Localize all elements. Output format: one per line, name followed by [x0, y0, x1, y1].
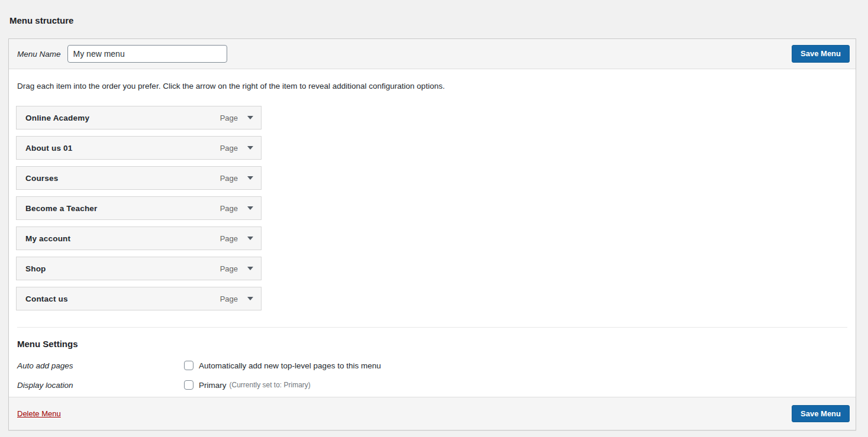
settings-divider [17, 327, 847, 328]
chevron-down-icon[interactable] [247, 206, 253, 210]
menu-settings-heading: Menu Settings [17, 339, 847, 349]
drag-instructions: Drag each item into the order you prefer… [17, 82, 847, 90]
menu-item-type: Page [220, 114, 238, 122]
menu-item-row[interactable]: Become a Teacher Page [16, 196, 262, 220]
auto-add-pages-checkbox[interactable] [184, 361, 193, 370]
chevron-down-icon[interactable] [247, 297, 253, 300]
save-menu-button-top[interactable]: Save Menu [792, 45, 850, 63]
menu-item-right: Page [220, 204, 253, 213]
save-menu-button-bottom[interactable]: Save Menu [792, 405, 850, 423]
page-title: Menu structure [9, 15, 856, 27]
menu-item-type: Page [220, 144, 238, 153]
display-location-note: (Currently set to: Primary) [230, 381, 311, 389]
menu-item-right: Page [220, 264, 253, 273]
chevron-down-icon[interactable] [247, 146, 253, 150]
menu-item-type: Page [220, 264, 238, 273]
auto-add-pages-checkbox-label[interactable]: Automatically add new top-level pages to… [199, 361, 381, 370]
menu-items-list: Online Academy Page About us 01 Page [16, 106, 262, 310]
menu-footer-bar: Delete Menu Save Menu [9, 397, 856, 430]
chevron-down-icon[interactable] [247, 267, 253, 270]
menu-item-right: Page [220, 174, 253, 183]
menu-name-label: Menu Name [17, 50, 61, 59]
menu-item-right: Page [220, 294, 253, 303]
menu-item-row[interactable]: Courses Page [16, 166, 262, 190]
menu-body: Drag each item into the order you prefer… [9, 69, 856, 397]
menu-item-row[interactable]: Online Academy Page [16, 106, 262, 130]
auto-add-pages-row: Auto add pages Automatically add new top… [17, 359, 847, 372]
menu-item-type: Page [220, 174, 238, 183]
menu-item-title: Become a Teacher [25, 204, 98, 213]
menu-item-title: My account [25, 234, 70, 243]
menu-item-type: Page [220, 204, 238, 213]
menu-item-title: About us 01 [25, 144, 72, 153]
menu-item-type: Page [220, 234, 238, 243]
menu-item-row[interactable]: Shop Page [16, 257, 262, 280]
chevron-down-icon[interactable] [247, 116, 253, 119]
display-location-primary-checkbox[interactable] [184, 380, 193, 390]
menu-item-title: Online Academy [25, 114, 89, 122]
menu-item-type: Page [220, 294, 238, 303]
menus-page: Menu structure Menu Name Save Menu Drag … [0, 0, 868, 430]
display-location-row: Display location Primary (Currently set … [17, 378, 847, 391]
menu-item-right: Page [220, 144, 253, 153]
display-location-primary-label[interactable]: Primary [199, 381, 227, 390]
delete-menu-link[interactable]: Delete Menu [17, 409, 61, 418]
menu-item-right: Page [220, 234, 253, 243]
menu-item-row[interactable]: My account Page [16, 226, 262, 250]
menu-name-input[interactable] [67, 45, 227, 63]
auto-add-pages-label: Auto add pages [17, 361, 184, 370]
menu-edit-panel: Menu Name Save Menu Drag each item into … [8, 38, 856, 430]
chevron-down-icon[interactable] [247, 176, 253, 180]
menu-item-title: Shop [25, 264, 46, 273]
menu-header-bar: Menu Name Save Menu [9, 39, 856, 69]
menu-item-right: Page [220, 114, 253, 122]
display-location-label: Display location [17, 381, 184, 390]
menu-item-title: Contact us [25, 294, 68, 303]
menu-item-title: Courses [25, 174, 58, 183]
chevron-down-icon[interactable] [247, 237, 253, 240]
menu-item-row[interactable]: Contact us Page [16, 287, 262, 310]
menu-item-row[interactable]: About us 01 Page [16, 136, 262, 160]
